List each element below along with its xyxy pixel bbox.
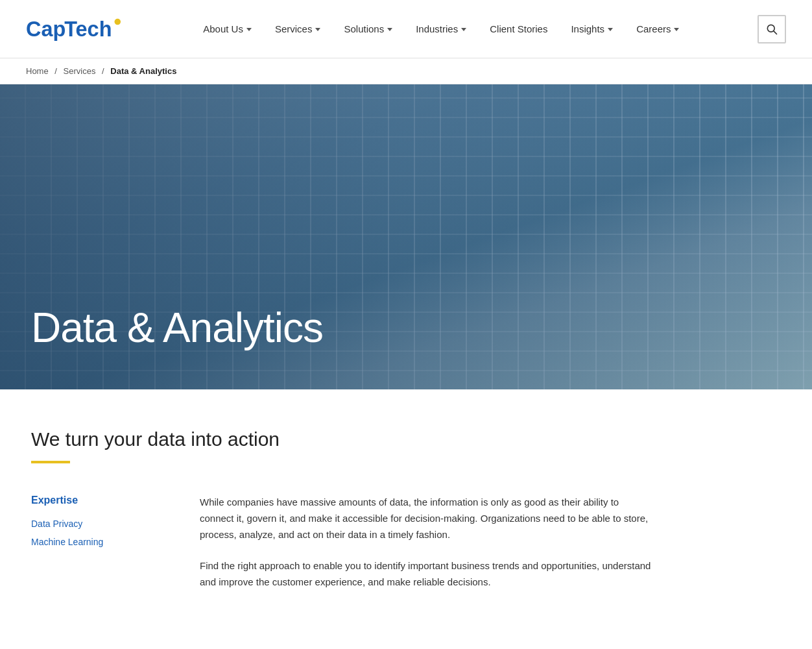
nav-link-client-stories[interactable]: Client Stories (478, 17, 559, 41)
hero-title: Data & Analytics (31, 305, 323, 350)
svg-point-2 (114, 18, 121, 25)
chevron-down-icon (387, 28, 392, 31)
svg-text:Tech: Tech (64, 18, 112, 41)
content-columns: Expertise Data Privacy Machine Learning … (31, 495, 781, 606)
chevron-down-icon (674, 28, 679, 31)
list-item: Data Privacy (31, 518, 161, 530)
section-heading: We turn your data into action (31, 428, 781, 450)
chevron-down-icon (608, 28, 613, 31)
sidebar-link-machine-learning[interactable]: Machine Learning (31, 537, 103, 547)
body-paragraph-1: While companies have massive amounts of … (200, 495, 654, 543)
sidebar: Expertise Data Privacy Machine Learning (31, 495, 161, 548)
logo-svg: Cap Tech (26, 16, 125, 43)
breadcrumb-sep-2: / (102, 66, 104, 76)
search-icon (765, 23, 778, 36)
nav-link-insights[interactable]: Insights (559, 17, 625, 41)
body-paragraph-2: Find the right approach to enable you to… (200, 558, 654, 591)
nav-links: About Us Services Solutions Industries (191, 17, 691, 41)
sidebar-links: Data Privacy Machine Learning (31, 518, 161, 548)
main-content: We turn your data into action Expertise … (0, 389, 812, 645)
search-button[interactable] (758, 15, 786, 43)
nav-item-industries[interactable]: Industries (404, 17, 478, 41)
nav-item-services[interactable]: Services (263, 17, 333, 41)
navbar: Cap Tech About Us Services Solutions (0, 0, 812, 58)
breadcrumb-current: Data & Analytics (110, 66, 176, 76)
sidebar-heading: Expertise (31, 495, 161, 506)
nav-link-industries[interactable]: Industries (404, 17, 478, 41)
sidebar-link-data-privacy[interactable]: Data Privacy (31, 519, 82, 529)
nav-item-client-stories[interactable]: Client Stories (478, 17, 559, 41)
nav-item-careers[interactable]: Careers (625, 17, 691, 41)
nav-item-solutions[interactable]: Solutions (332, 17, 404, 41)
nav-item-about[interactable]: About Us (191, 17, 263, 41)
svg-text:Cap: Cap (26, 18, 66, 41)
body-text: While companies have massive amounts of … (200, 495, 654, 606)
nav-link-careers[interactable]: Careers (625, 17, 691, 41)
yellow-bar-divider (31, 461, 70, 463)
nav-link-services[interactable]: Services (263, 17, 333, 41)
nav-link-about[interactable]: About Us (191, 17, 263, 41)
hero-content: Data & Analytics (0, 305, 354, 389)
logo[interactable]: Cap Tech (26, 16, 125, 43)
breadcrumb-sep-1: / (54, 66, 57, 76)
chevron-down-icon (461, 28, 466, 31)
breadcrumb-services[interactable]: Services (64, 66, 96, 76)
nav-link-solutions[interactable]: Solutions (332, 17, 404, 41)
hero-section: Data & Analytics (0, 84, 812, 389)
svg-line-4 (774, 31, 777, 34)
chevron-down-icon (246, 28, 252, 31)
list-item: Machine Learning (31, 536, 161, 548)
nav-item-insights[interactable]: Insights (559, 17, 625, 41)
breadcrumb-home[interactable]: Home (26, 66, 49, 76)
breadcrumb: Home / Services / Data & Analytics (0, 58, 812, 84)
chevron-down-icon (315, 28, 320, 31)
